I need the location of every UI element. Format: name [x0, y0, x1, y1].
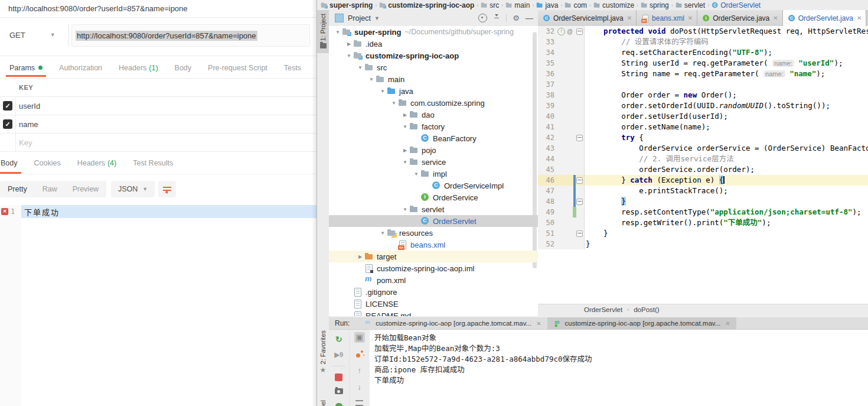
close-icon[interactable]: ✕ — [725, 320, 730, 327]
response-tab-body[interactable]: Body — [0, 152, 26, 174]
code-line-46[interactable]: 46 } catch (Exception e) { — [538, 175, 868, 186]
tree-item-beans-xml[interactable]: beans.xml — [329, 239, 538, 251]
code-line-39[interactable]: 39 order.setOrderId(UUID.randomUUID().to… — [538, 100, 868, 111]
close-icon[interactable]: ✕ — [773, 15, 778, 21]
nav-crumb-customize[interactable]: customize — [593, 1, 634, 10]
tool-window-favorites-button[interactable]: 2: Favorites ★ — [317, 328, 329, 378]
nav-crumb-super-spring[interactable]: super-spring — [321, 1, 373, 10]
breadcrumb-class[interactable]: OrderServlet — [584, 306, 622, 313]
collapse-all-icon[interactable] — [493, 14, 500, 22]
param-row-name[interactable]: ✓name — [0, 115, 316, 134]
tree-item-gitignore[interactable]: .gitignore — [329, 286, 538, 298]
tree-item-java[interactable]: ▼java — [329, 85, 538, 97]
code-line-50[interactable]: 50 resp.getWriter().print("下单成功"); — [538, 217, 868, 228]
tree-item-readme-md[interactable]: README.md — [329, 310, 538, 316]
request-tab-pre-request-script[interactable]: Pre-request Script — [200, 59, 276, 77]
nav-crumb-com[interactable]: com — [564, 1, 587, 10]
breadcrumb-method[interactable]: doPost() — [634, 306, 659, 313]
request-tab-authorization[interactable]: Authorization — [51, 59, 110, 77]
rerun-icon[interactable]: ↻ — [334, 334, 344, 344]
up-stack-icon[interactable]: ↑ — [354, 365, 365, 376]
response-text[interactable]: 下单成功 — [21, 205, 316, 218]
project-panel-title[interactable]: Project — [348, 14, 371, 22]
editor-tab-beans-xml[interactable]: beans.xml✕ — [637, 10, 697, 26]
fold-icon[interactable] — [576, 135, 583, 141]
param-checkbox[interactable]: ✓ — [3, 119, 12, 129]
tree-item-customize-spring-ioc-aop-iml[interactable]: customize-spring-ioc-aop.iml — [329, 262, 538, 274]
tree-item-factory[interactable]: ▼factory — [329, 121, 538, 132]
fold-icon[interactable] — [576, 28, 583, 35]
editor-tab-orderservice-java[interactable]: OrderService.java✕ — [697, 10, 782, 26]
request-tab-tests[interactable]: Tests — [276, 59, 309, 77]
code-line-42[interactable]: 42 try { — [538, 132, 868, 143]
param-checkbox[interactable]: ✓ — [3, 101, 12, 111]
nav-crumb-customize-spring-ioc-aop[interactable]: customize-spring-ioc-aop — [379, 1, 474, 10]
stop-icon[interactable] — [334, 373, 344, 381]
tree-item-pom-xml[interactable]: pom.xml — [329, 274, 538, 286]
tree-item-servlet[interactable]: ▼servlet — [329, 203, 538, 215]
tree-item-customize-spring-ioc-aop[interactable]: ▼customize-spring-ioc-aop — [329, 50, 538, 61]
hide-panel-icon[interactable]: — — [526, 14, 533, 22]
tree-item-dao[interactable]: ▶dao — [329, 109, 538, 121]
code-line-37[interactable]: 37 — [538, 79, 868, 90]
fold-icon[interactable] — [576, 199, 583, 205]
editor-tab-orderserviceimpl-java[interactable]: OrderServiceImpl.java✕ — [538, 10, 637, 26]
locate-icon[interactable] — [478, 14, 487, 22]
view-mode-raw[interactable]: Raw — [35, 181, 65, 197]
nav-crumb-spring[interactable]: spring — [641, 1, 669, 10]
tree-item-orderservlet[interactable]: OrderServlet — [329, 215, 538, 227]
run-tab-2[interactable]: customize-spring-ioc-aop [org.apache.tom… — [547, 317, 736, 329]
run-console[interactable]: 开始加载Bean对象加载完毕,Map中的Bean对象个数为:3订单Id:b152… — [370, 330, 868, 406]
nav-crumb-servlet[interactable]: servlet — [676, 1, 705, 10]
tree-item-service[interactable]: ▼service — [329, 156, 538, 168]
request-tab-params[interactable]: Params — [1, 59, 51, 77]
close-icon[interactable]: ✕ — [536, 320, 541, 327]
code-line-48[interactable]: 48 } — [538, 196, 868, 207]
code-line-52[interactable]: 52} — [538, 239, 868, 249]
response-tab-headers[interactable]: Headers(4) — [69, 152, 125, 174]
nav-crumb-java[interactable]: java — [536, 1, 558, 10]
request-tab-body[interactable]: Body — [167, 59, 200, 77]
run-tab-1[interactable]: customize-spring-ioc-aop [org.apache.tom… — [358, 317, 547, 329]
show-console-icon[interactable]: ▣ — [354, 332, 365, 343]
view-mode-preview[interactable]: Preview — [65, 181, 106, 197]
code-line-40[interactable]: 40 order.setUserId(userId); — [538, 111, 868, 122]
code-line-47[interactable]: 47 e.printStackTrace(); — [538, 186, 868, 196]
view-mode-pretty[interactable]: Pretty — [0, 181, 35, 197]
fold-icon[interactable] — [576, 230, 583, 237]
code-line-38[interactable]: 38 Order order = new Order(); — [538, 90, 868, 100]
tree-item-orderserviceimpl[interactable]: OrderServiceImpl — [329, 180, 538, 191]
tree-item-resources[interactable]: ▼resources — [329, 227, 538, 239]
editor-tab-orderservlet-java[interactable]: OrderServlet.java✕ — [783, 10, 867, 26]
nav-crumb-main[interactable]: main — [505, 1, 530, 10]
code-line-36[interactable]: 36 String name = req.getParameter( name:… — [538, 69, 868, 79]
down-stack-icon[interactable]: ↓ — [354, 381, 365, 392]
code-line-33[interactable]: 33 // 设置请求体的字符编码 — [538, 37, 868, 47]
code-line-32[interactable]: 32↑@ protected void doPost(HttpServletRe… — [538, 26, 868, 37]
response-tab-cookies[interactable]: Cookies — [26, 152, 69, 174]
gear-icon[interactable]: ⚙ — [513, 14, 520, 22]
tree-item-idea[interactable]: ▶.idea — [329, 38, 538, 50]
close-icon[interactable]: ✕ — [627, 15, 632, 21]
nav-crumb-orderservlet[interactable]: OrderServlet — [712, 1, 761, 10]
tool-window-jrebel-button[interactable]: ebel — [317, 400, 329, 406]
debug-icon[interactable] — [335, 403, 342, 406]
hotswap-icon[interactable] — [354, 349, 365, 359]
format-dropdown[interactable]: JSON ▼ — [111, 181, 155, 197]
tree-item-beanfactory[interactable]: BeanFactory — [329, 132, 538, 144]
tree-item-target[interactable]: ▶target — [329, 251, 538, 262]
tree-item-pojo[interactable]: ▶pojo — [329, 144, 538, 156]
fold-icon[interactable] — [576, 177, 583, 184]
code-line-43[interactable]: 43 OrderService orderService = (OrderSer… — [538, 143, 868, 154]
param-new-row[interactable]: Key — [0, 134, 316, 152]
close-icon[interactable]: ✕ — [688, 15, 693, 21]
response-tab-test-results[interactable]: Test Results — [125, 152, 181, 174]
code-line-45[interactable]: 45 orderService.order(order); — [538, 164, 868, 175]
code-line-44[interactable]: 44 // 2. 调用service层方法 — [538, 154, 868, 164]
rerun-failed-icon[interactable]: ▶9 — [334, 351, 344, 359]
tree-item-impl[interactable]: ▼impl — [329, 168, 538, 180]
tree-item-src[interactable]: ▼src — [329, 61, 538, 73]
code-line-51[interactable]: 51 } — [538, 228, 868, 239]
code-line-34[interactable]: 34 req.setCharacterEncoding("UTF-8"); — [538, 47, 868, 58]
tree-item-super-spring[interactable]: ▼super-spring~/Documents/github/super-sp… — [329, 26, 538, 38]
